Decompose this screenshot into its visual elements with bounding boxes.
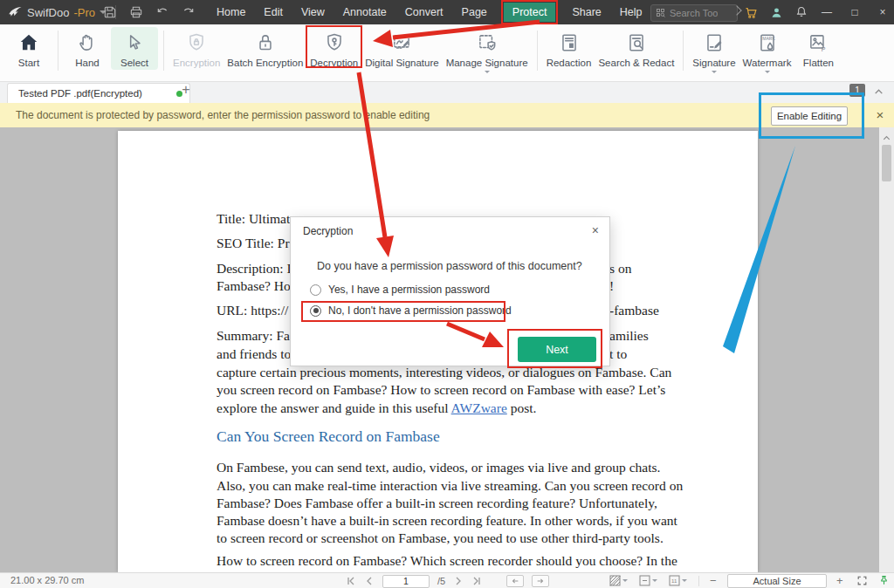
document-line: capture certain precious moments, intere… [118,365,758,383]
page-background-button[interactable] [609,575,628,586]
document-line: you screen record on Fambase? How to scr… [118,382,758,400]
enable-editing-button[interactable]: Enable Editing [771,106,848,126]
next-button[interactable]: Next [518,337,596,362]
menu-help[interactable]: Help [618,3,644,22]
undo-icon[interactable] [155,5,169,19]
search-input[interactable]: Search Too [650,4,738,22]
previous-view-button[interactable] [506,575,524,587]
toolbar-watermark[interactable]: MARKWatermark [739,27,795,78]
shield-lock-icon [185,31,208,54]
zoom-level-select[interactable]: Actual Size [727,574,827,588]
fullscreen-icon[interactable] [856,575,868,588]
menu-annotate[interactable]: Annotate [341,3,389,22]
toolbar-item-label: Hand [75,58,100,68]
menu-home[interactable]: Home [215,3,247,22]
save-icon[interactable] [103,5,117,19]
toolbar-select[interactable]: Select [111,27,158,70]
view-mode-controls: 11 [609,575,687,586]
bell-icon[interactable] [794,5,808,19]
close-notification-icon[interactable]: × [873,103,887,127]
pin-icon[interactable] [878,575,890,588]
toolbar-item-label: Encryption [173,58,220,68]
toolbar-redaction[interactable]: Redaction [543,27,595,70]
menu-page[interactable]: Page [460,3,489,22]
document-tab[interactable]: Tested PDF .pdf(Encrypted) [7,83,190,103]
window-controls: — □ × [821,0,889,24]
toolbar-signature[interactable]: Signature [689,27,739,78]
toolbar-search-redact[interactable]: Search & Redact [595,27,677,70]
main-menu: HomeEditViewAnnotateConvertPageProtectSh… [215,0,643,24]
page-total: /5 [437,576,445,586]
flatten-icon: P [807,31,829,54]
swifdoo-logo-icon [7,4,23,20]
vertical-scrollbar[interactable] [879,127,894,572]
toolbar-item-label: Batch Encryption [227,58,303,68]
document-line: Also, you can make real-time interaction… [118,478,758,496]
page-ratio-button[interactable]: 11 [669,575,687,586]
first-page-button[interactable] [346,576,356,586]
cart-icon[interactable] [744,5,759,20]
menu-edit[interactable]: Edit [262,3,285,22]
line-text-fragment: -fambase [609,303,659,318]
chevron-down-icon[interactable] [712,71,717,76]
user-account-icon[interactable] [769,5,784,20]
toolbar-manage-signature[interactable]: Manage Signature [443,27,532,78]
toolbar-digital-signature[interactable]: Digital Signature [361,27,442,70]
redo-icon[interactable] [182,5,196,19]
document-line: How to screen record on Fambase? Which s… [118,553,758,571]
password-notification-bar: The document is protected by password, e… [0,103,894,127]
document-line: explore the answer and guide in this use… [118,400,758,419]
toolbar-batch-encryption[interactable]: Batch Encryption [224,27,306,70]
radio-yes-permission-password[interactable]: Yes, I have a permission password [310,282,490,297]
scrollbar-thumb[interactable] [882,145,891,181]
toolbar-flatten[interactable]: PFlatten [794,27,842,70]
maximize-button[interactable]: □ [849,6,861,18]
line-text: Summary: Fa [217,328,290,344]
toolbar-decryption[interactable]: Decryption [306,27,361,70]
menu-share[interactable]: Share [570,3,602,22]
new-tab-button[interactable]: + [178,82,194,98]
awzware-link[interactable]: AWZware [451,400,507,415]
line-text: Title: Ultimat [217,211,290,227]
search-redact-icon [625,31,648,54]
zoom-in-button[interactable]: + [836,574,843,587]
collapse-toolbar-button[interactable] [873,85,884,101]
next-page-button[interactable] [453,576,464,586]
line-text: capture certain precious moments, intere… [217,365,671,380]
quick-actions [103,0,196,24]
line-text: Fambase doesn’t have a built-in screen r… [217,513,677,529]
chevron-down-icon[interactable] [485,71,490,76]
previous-page-button[interactable] [364,576,375,586]
minimize-button[interactable]: — [821,6,833,18]
toolbar-item-label: Manage Signature [446,58,528,68]
page-number-input[interactable] [382,575,430,588]
document-line: Fambase? Does Fambase offer a built-in s… [118,496,758,514]
print-icon[interactable] [129,5,143,19]
close-button[interactable]: × [877,6,889,18]
radio-label: Yes, I have a permission password [328,284,490,296]
radio-no-permission-password[interactable]: No, I don't have a permission password [310,303,512,318]
toolbar-divider [537,31,538,71]
line-text-fragment: amilies [609,328,649,344]
toolbar-hand[interactable]: Hand [64,27,111,70]
radio-circle-icon[interactable] [310,305,321,317]
menu-view[interactable]: View [299,3,327,22]
zoom-out-button[interactable]: − [710,574,717,587]
search-placeholder: Search Too [670,8,718,18]
signature-pen-icon [703,31,726,54]
toolbar-item-label: Start [18,58,39,68]
radio-circle-icon[interactable] [310,284,321,296]
dialog-close-icon[interactable]: × [592,223,599,237]
menu-protect[interactable]: Protect [504,3,556,22]
svg-text:MARK: MARK [762,36,775,41]
last-page-button[interactable] [471,576,482,586]
chevron-down-icon[interactable] [765,71,770,76]
next-view-button[interactable] [532,575,549,587]
line-text-fragment: s on [609,261,631,277]
page-display-button[interactable] [639,575,657,586]
menu-convert[interactable]: Convert [403,3,445,22]
toolbar-start[interactable]: Start [5,27,52,70]
heading-text: Can You Screen Record on Fambase [217,427,440,446]
decryption-dialog: Decryption × Do you have a permission pa… [290,216,610,366]
page-navigation: /5 [346,573,549,588]
